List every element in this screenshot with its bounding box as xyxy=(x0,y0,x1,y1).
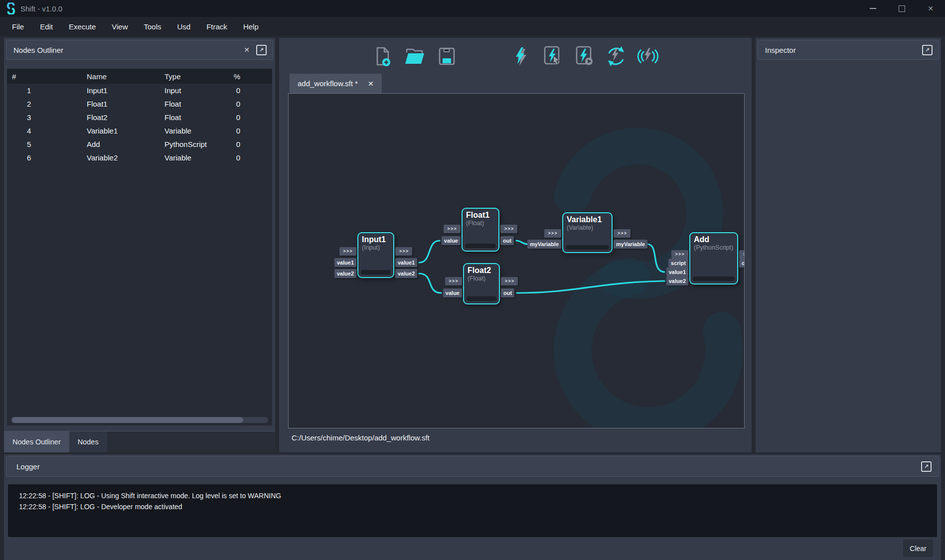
port-variable1-out-exec[interactable]: >>> xyxy=(614,229,630,238)
execute-selected-button[interactable] xyxy=(541,45,564,68)
menu-item-file[interactable]: File xyxy=(12,22,24,31)
menu-item-ftrack[interactable]: Ftrack xyxy=(206,22,227,31)
cell-type: Variable xyxy=(159,153,219,162)
node-type: (Variable) xyxy=(567,224,608,232)
port-input1-in-value1[interactable]: value1 xyxy=(334,258,356,267)
open-file-button[interactable] xyxy=(403,45,426,68)
menu-item-usd[interactable]: Usd xyxy=(177,22,191,31)
save-file-button[interactable] xyxy=(435,45,458,68)
menu-item-tools[interactable]: Tools xyxy=(144,22,161,31)
node-progress-bar xyxy=(361,270,391,275)
logger-popout-icon[interactable]: ↗ xyxy=(921,461,932,472)
cell-num: 3 xyxy=(7,113,81,122)
wire-input1-value2 xyxy=(419,274,441,293)
toolbar-group-gap xyxy=(467,56,500,57)
node-input1[interactable]: Input1(Input) xyxy=(357,232,394,278)
clear-button[interactable]: Clear xyxy=(903,540,933,557)
outliner-hscrollbar[interactable] xyxy=(11,417,268,423)
col-header-type[interactable]: Type xyxy=(159,72,219,81)
window-title: Shift - v1.0.0 xyxy=(20,4,62,13)
close-icon: ✕ xyxy=(928,5,934,12)
live-execute-button[interactable] xyxy=(636,45,659,68)
cell-name: Variable2 xyxy=(81,153,159,162)
execute-from-selected-icon xyxy=(573,45,595,67)
port-float1-in-value[interactable]: value xyxy=(442,236,461,245)
port-add-out-out[interactable]: out xyxy=(739,259,745,268)
maximize-button[interactable] xyxy=(887,0,916,17)
port-float2-in-value[interactable]: value xyxy=(443,288,462,297)
outliner-close-icon[interactable]: ✕ xyxy=(244,46,250,54)
col-header-pct[interactable]: % xyxy=(219,72,272,81)
maximize-icon xyxy=(899,5,905,12)
re-execute-button[interactable] xyxy=(605,45,628,68)
node-float2[interactable]: Float2(Float) xyxy=(463,263,500,304)
logger-header: Logger ↗ xyxy=(6,456,939,477)
port-add-in-value2[interactable]: value2 xyxy=(666,277,688,285)
title-bar: Shift - v1.0.0 ✕ xyxy=(0,0,945,17)
table-row-input1[interactable]: 1Input1Input0 xyxy=(7,84,272,97)
document-tab[interactable]: add_workflow.sft * ✕ xyxy=(290,74,382,93)
port-add-in-script[interactable]: script xyxy=(668,259,688,268)
tab-nodes-outliner[interactable]: Nodes Outliner xyxy=(4,431,69,452)
cell-name: Float2 xyxy=(81,113,159,122)
table-row-float2[interactable]: 3Float2Float0 xyxy=(7,111,272,124)
document-tab-close-icon[interactable]: ✕ xyxy=(368,80,374,88)
col-header-num[interactable]: # xyxy=(7,72,81,81)
node-graph-canvas[interactable]: Input1(Input)>>>>>>value1value1value2val… xyxy=(288,93,745,428)
inspector-popout-icon[interactable]: ↗ xyxy=(922,45,933,55)
menu-item-edit[interactable]: Edit xyxy=(40,22,53,31)
port-variable1-in-myVariable[interactable]: myVariable xyxy=(527,240,561,249)
col-header-name[interactable]: Name xyxy=(81,72,159,81)
port-float1-out-exec[interactable]: >>> xyxy=(500,225,517,233)
outliner-popout-icon[interactable]: ↗ xyxy=(256,45,267,55)
close-button[interactable]: ✕ xyxy=(916,0,945,17)
cell-pct: 0 xyxy=(219,127,272,135)
cell-num: 6 xyxy=(7,153,81,162)
port-variable1-out-myVariable[interactable]: myVariable xyxy=(614,240,647,249)
execute-selected-icon xyxy=(541,45,563,67)
menu-item-view[interactable]: View xyxy=(112,22,128,31)
table-row-add[interactable]: 5AddPythonScript0 xyxy=(7,138,272,151)
menu-item-execute[interactable]: Execute xyxy=(69,22,96,31)
port-add-in-value1[interactable]: value1 xyxy=(666,268,688,277)
port-add-in-exec[interactable]: >>> xyxy=(671,250,688,259)
port-input1-out-value2[interactable]: value2 xyxy=(395,269,417,278)
new-file-button[interactable] xyxy=(371,45,394,68)
outliner-table-body: 1Input1Input02Float1Float03Float2Float04… xyxy=(7,84,272,164)
wire-input1-value1 xyxy=(419,241,440,263)
toolbar xyxy=(279,41,752,72)
table-row-variable1[interactable]: 4Variable1Variable0 xyxy=(7,124,272,138)
node-variable1[interactable]: Variable1(Variable) xyxy=(562,212,613,253)
cell-num: 1 xyxy=(7,86,81,95)
node-add[interactable]: Add(PythonScript) xyxy=(689,232,738,284)
execute-button[interactable] xyxy=(509,45,532,68)
port-float2-out-out[interactable]: out xyxy=(501,288,514,297)
node-title: Add xyxy=(694,235,734,244)
node-float1[interactable]: Float1(Float) xyxy=(462,208,499,252)
menu-item-help[interactable]: Help xyxy=(243,22,259,31)
port-input1-out-value1[interactable]: value1 xyxy=(395,258,417,267)
port-input1-in-value2[interactable]: value2 xyxy=(334,269,356,278)
node-title: Variable1 xyxy=(567,215,608,224)
port-add-out-exec[interactable]: >>> xyxy=(739,250,745,259)
port-variable1-in-exec[interactable]: >>> xyxy=(544,229,561,238)
port-float1-out-out[interactable]: out xyxy=(500,236,514,245)
cell-type: Input xyxy=(159,86,219,95)
cell-num: 4 xyxy=(7,127,81,135)
table-row-variable2[interactable]: 6Variable2Variable0 xyxy=(7,151,272,164)
outliner-title: Nodes Outliner xyxy=(13,46,63,54)
port-float2-out-exec[interactable]: >>> xyxy=(501,277,518,285)
node-progress-bar xyxy=(693,277,735,281)
port-float2-in-exec[interactable]: >>> xyxy=(445,277,462,285)
scrollbar-thumb[interactable] xyxy=(12,417,243,423)
port-float1-in-exec[interactable]: >>> xyxy=(444,225,461,233)
execute-from-selected-button[interactable] xyxy=(573,45,596,68)
logger-output: 12:22:58 - [SHIFT]: LOG - Using Shift in… xyxy=(8,484,937,537)
tab-nodes[interactable]: Nodes xyxy=(69,431,107,452)
port-input1-out-exec[interactable]: >>> xyxy=(395,247,412,256)
table-row-float1[interactable]: 2Float1Float0 xyxy=(7,97,272,111)
minimize-button[interactable] xyxy=(858,0,887,17)
port-input1-in-exec[interactable]: >>> xyxy=(339,247,356,256)
outliner-header: Nodes Outliner ✕ ↗ xyxy=(6,40,273,60)
cell-pct: 0 xyxy=(219,86,272,95)
